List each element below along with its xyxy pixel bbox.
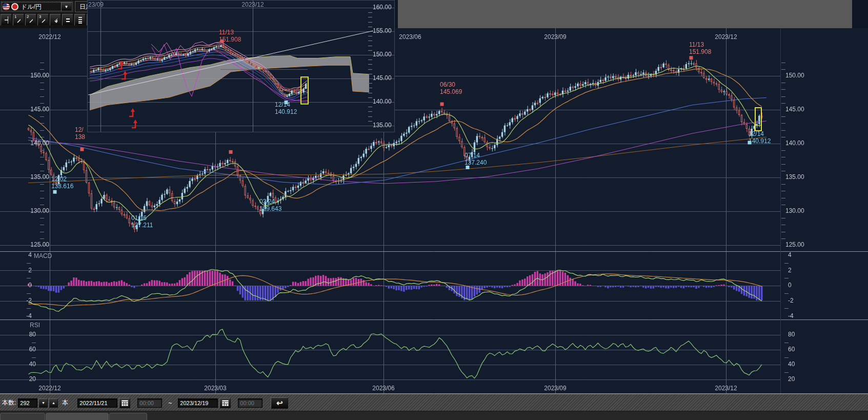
reset-range-button[interactable]: ↩ <box>271 397 288 409</box>
chart-canvas[interactable] <box>0 0 868 420</box>
calendar-from-button[interactable] <box>119 398 130 408</box>
bottom-tabs <box>0 411 868 420</box>
symbol-dropdown-button[interactable]: ▼ <box>61 2 72 11</box>
bar-unit-label: 本 <box>62 398 68 407</box>
rsi-panel-label: RSI <box>30 322 40 329</box>
macd-panel-label: MACD <box>34 252 52 259</box>
jp-flag-icon <box>11 3 18 10</box>
symbol-selector[interactable]: ドル/円 ▼ <box>1 1 73 12</box>
us-flag-icon <box>3 3 10 10</box>
count-increase-button[interactable]: ▲ <box>49 398 58 408</box>
count-decrease-button[interactable]: ▼ <box>38 398 48 408</box>
trading-app-window: { "toolbar": { "symbol": "ドル/円", "timefr… <box>0 0 868 420</box>
horizontal-lines-4-button[interactable] <box>74 14 86 26</box>
bottom-tab-2[interactable] <box>46 413 109 420</box>
calendar-icon <box>122 399 128 406</box>
calendar-icon <box>222 399 229 406</box>
drawing-toolbar: 123 <box>1 14 87 26</box>
crosshair-button[interactable] <box>1 14 12 26</box>
horizontal-lines-2-button[interactable] <box>62 14 73 26</box>
time-from-input <box>137 398 162 408</box>
ruler-button[interactable] <box>50 14 61 26</box>
symbol-label: ドル/円 <box>21 3 61 11</box>
trendline-1-button[interactable]: 1 <box>13 14 24 26</box>
top-toolbar: ドル/円 ▼ 日足 123 <box>0 0 87 28</box>
range-tilde-label: ~ <box>168 399 172 407</box>
bar-count-input[interactable] <box>18 398 37 408</box>
date-to-input[interactable] <box>178 398 218 408</box>
bottom-toolbar: 本数: ▼ ▲ 本 ~ ↩ <box>0 394 868 411</box>
timeframe-button[interactable]: 日足 <box>75 1 87 12</box>
bottom-tab-1[interactable] <box>0 413 45 420</box>
bar-count-label: 本数: <box>2 398 16 407</box>
bottom-tab-3[interactable] <box>109 413 147 420</box>
trendline-2-button[interactable]: 2 <box>25 14 36 26</box>
calendar-to-button[interactable] <box>219 398 231 408</box>
time-to-input <box>238 398 263 408</box>
trendline-3-button[interactable]: 3 <box>37 14 49 26</box>
date-from-input[interactable] <box>77 398 117 408</box>
wave-button[interactable] <box>87 14 87 26</box>
